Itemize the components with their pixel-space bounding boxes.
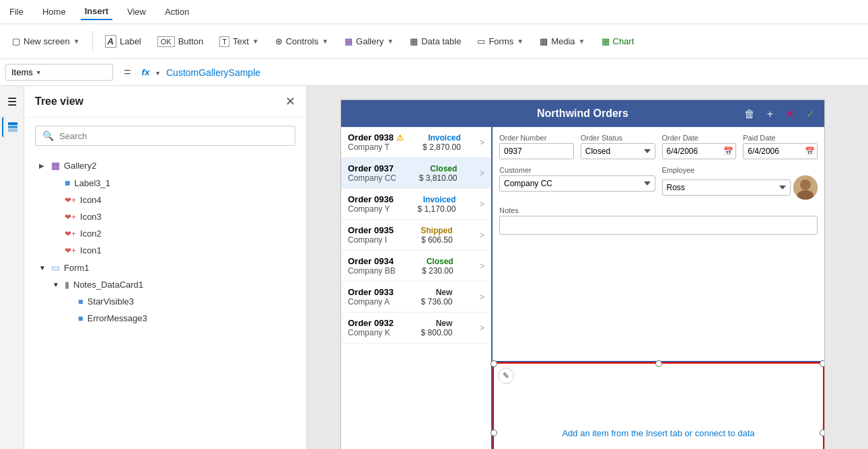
tree-item-label3-1[interactable]: ■ Label3_1 bbox=[24, 174, 306, 192]
search-input[interactable] bbox=[59, 131, 288, 141]
delete-button[interactable]: 🗑 bbox=[740, 106, 759, 122]
chart-button[interactable]: ▦ Chart bbox=[595, 32, 641, 50]
employee-field: Employee Ross Smith bbox=[662, 166, 818, 200]
status-badge: Invoiced bbox=[418, 195, 456, 204]
menu-file[interactable]: File bbox=[5, 4, 28, 19]
gallery-list: Order 0938 ⚠ Company T Invoiced $ 2,870.… bbox=[341, 127, 493, 449]
tree-item-gallery2[interactable]: ▶ ▦ Gallery2 bbox=[24, 157, 306, 174]
gallery-button[interactable]: ▦ Gallery ▼ bbox=[338, 32, 400, 50]
gallery-chevron-icon: ▼ bbox=[387, 38, 394, 45]
paid-date-input[interactable] bbox=[743, 143, 818, 159]
tree-item-form1[interactable]: ▼ ▭ Form1 bbox=[24, 259, 306, 276]
data-table-button[interactable]: ▦ Data table bbox=[403, 32, 468, 50]
row-chevron-icon: > bbox=[480, 261, 484, 271]
controls-button[interactable]: ⊛ Controls ▼ bbox=[268, 32, 335, 50]
resize-handle-middle-right[interactable] bbox=[820, 430, 825, 436]
company-name: Company K bbox=[348, 328, 394, 337]
order-number: Order 0934 bbox=[348, 256, 396, 266]
close-button[interactable]: ✕ bbox=[781, 106, 798, 122]
notes-input[interactable] bbox=[499, 216, 818, 235]
data-table-icon: ▦ bbox=[410, 36, 418, 46]
gallery-row-left: Order 0934 Company BB bbox=[348, 256, 396, 276]
employee-select[interactable]: Ross Smith bbox=[662, 179, 791, 196]
tree-item-starvisible3[interactable]: ■ StarVisible3 bbox=[24, 293, 306, 310]
gallery-row-left: Order 0938 ⚠ Company T bbox=[348, 132, 404, 152]
tree-item-icon4[interactable]: ❤+ Icon4 bbox=[24, 192, 306, 208]
resize-handle-top-right[interactable] bbox=[820, 360, 825, 367]
tree-item-errormessage3[interactable]: ■ ErrorMessage3 bbox=[24, 310, 306, 327]
controls-icon: ⊛ bbox=[275, 36, 283, 46]
forms-button[interactable]: ▭ Forms ▼ bbox=[470, 32, 530, 50]
status-badge: Closed bbox=[422, 257, 454, 266]
resize-handle-middle-left[interactable] bbox=[491, 430, 497, 436]
button-button[interactable]: OK Button bbox=[151, 32, 211, 51]
menu-action[interactable]: Action bbox=[161, 4, 193, 19]
customer-select[interactable]: Company CC Company T Company Y bbox=[499, 175, 655, 192]
employee-wrap: Ross Smith bbox=[662, 175, 818, 200]
gallery-row-right: Closed $ 230.00 bbox=[422, 257, 454, 276]
tree-item-icon1[interactable]: ❤+ Icon1 bbox=[24, 242, 306, 259]
resize-handle-top-left[interactable] bbox=[491, 360, 497, 367]
tree-item-icon2[interactable]: ❤+ Icon2 bbox=[24, 225, 306, 242]
company-name: Company BB bbox=[348, 266, 396, 276]
gallery-row-left: Order 0937 Company CC bbox=[348, 163, 396, 183]
icon3-ctrl-icon: ❤+ bbox=[65, 212, 76, 222]
label-icon: A bbox=[105, 35, 116, 48]
order-date-field: Order Date 📅 bbox=[662, 134, 737, 159]
formula-dropdown[interactable]: Items ▼ bbox=[5, 64, 113, 81]
formula-bar: Items ▼ = fx ▼ CustomGallerySample bbox=[0, 59, 868, 86]
gallery-row-right: New $ 736.00 bbox=[421, 288, 453, 307]
customer-field: Customer Company CC Company T Company Y bbox=[499, 166, 655, 200]
menu-view[interactable]: View bbox=[123, 4, 150, 19]
expand-arrow: ▼ bbox=[39, 264, 47, 272]
paid-date-label: Paid Date bbox=[743, 134, 818, 142]
status-badge: Invoiced bbox=[423, 133, 461, 142]
check-button[interactable]: ✓ bbox=[802, 106, 819, 122]
edit-icon-circle[interactable]: ✎ bbox=[498, 368, 514, 384]
new-screen-button[interactable]: ▢ New screen ▼ bbox=[5, 32, 87, 50]
company-name: Company Y bbox=[348, 204, 394, 214]
tree-item-icon3[interactable]: ❤+ Icon3 bbox=[24, 208, 306, 225]
company-name: Company I bbox=[348, 235, 394, 245]
label-button[interactable]: A Label bbox=[98, 31, 148, 52]
gallery-row[interactable]: Order 0934 Company BB Closed $ 230.00 > bbox=[341, 251, 491, 282]
add-button[interactable]: + bbox=[763, 106, 777, 122]
gallery-row-left: Order 0933 Company A bbox=[348, 287, 394, 307]
order-number: Order 0936 bbox=[348, 194, 394, 204]
gallery-row[interactable]: Order 0938 ⚠ Company T Invoiced $ 2,870.… bbox=[341, 127, 491, 158]
canvas-area: Northwind Orders 🗑 + ✕ ✓ Order 09 bbox=[307, 86, 868, 449]
order-number-input[interactable] bbox=[499, 143, 574, 159]
layers-button[interactable] bbox=[2, 117, 22, 137]
company-name: Company A bbox=[348, 297, 394, 307]
order-status-select[interactable]: Closed Invoiced Shipped New bbox=[581, 143, 655, 159]
company-name: Company T bbox=[348, 142, 404, 152]
hamburger-button[interactable]: ☰ bbox=[2, 91, 22, 112]
gallery-row[interactable]: Order 0936 Company Y Invoiced $ 1,170.00… bbox=[341, 189, 491, 220]
amount-value: $ 800.00 bbox=[421, 328, 453, 337]
gallery-row[interactable]: Order 0932 Company K New $ 800.00 > bbox=[341, 313, 491, 343]
tree-item-label: Label3_1 bbox=[74, 178, 110, 188]
order-date-input[interactable] bbox=[662, 143, 737, 159]
expand-arrow: ▶ bbox=[39, 162, 47, 169]
gallery-row[interactable]: Order 0937 Company CC Closed $ 3,810.00 … bbox=[341, 158, 491, 189]
selected-gallery-area[interactable]: ✎ Add an item from the Insert tab or con… bbox=[493, 362, 824, 449]
tree-item-label: Notes_DataCard1 bbox=[73, 280, 143, 290]
gallery-row[interactable]: Order 0935 Company I Shipped $ 606.50 > bbox=[341, 220, 491, 251]
formula-fx-button[interactable]: fx ▼ bbox=[142, 67, 161, 77]
menu-home[interactable]: Home bbox=[38, 4, 70, 19]
employee-label: Employee bbox=[662, 166, 818, 174]
app-header-actions: 🗑 + ✕ ✓ bbox=[740, 106, 819, 122]
tree-view-close-button[interactable]: ✕ bbox=[285, 94, 295, 109]
amount-value: $ 606.50 bbox=[421, 235, 452, 245]
media-button[interactable]: ▩ Media ▼ bbox=[533, 32, 591, 50]
text-button[interactable]: T Text ▼ bbox=[213, 32, 265, 51]
formula-fx-chevron-icon: ▼ bbox=[155, 70, 161, 77]
menu-insert[interactable]: Insert bbox=[81, 3, 112, 20]
gallery-row[interactable]: Order 0933 Company A New $ 736.00 > bbox=[341, 282, 491, 313]
resize-handle-top-center[interactable] bbox=[655, 360, 662, 367]
forms-icon: ▭ bbox=[477, 36, 485, 46]
tree-item-notes-datacard1[interactable]: ▼ ▮ Notes_DataCard1 bbox=[24, 276, 306, 293]
row-chevron-icon: > bbox=[480, 138, 484, 147]
company-name: Company CC bbox=[348, 173, 396, 183]
tree-item-label: Icon4 bbox=[80, 195, 102, 205]
